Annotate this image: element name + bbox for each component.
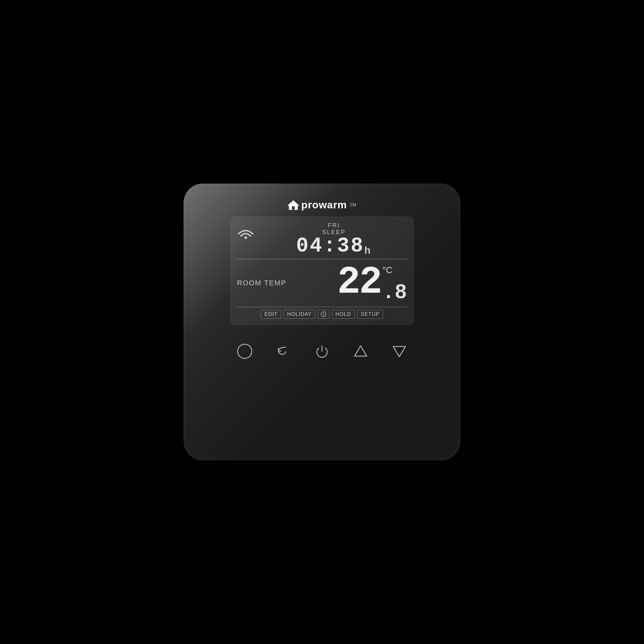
- svg-rect-3: [292, 206, 295, 209]
- temperature-main: 22: [337, 263, 381, 302]
- lcd-buttons-row: EDIT HOLIDAY HOLD SETUP: [237, 310, 407, 319]
- circle-button[interactable]: [235, 342, 254, 361]
- temperature-display: 22 °C .8: [337, 263, 407, 303]
- setup-button[interactable]: SETUP: [357, 310, 383, 319]
- celsius-symbol: °C: [382, 266, 392, 275]
- house-icon: [288, 200, 299, 210]
- lcd-temp-row: ROOM TEMP 22 °C .8: [237, 262, 407, 304]
- back-button[interactable]: [274, 342, 293, 361]
- room-temp-label: ROOM TEMP: [237, 279, 286, 287]
- time-display: 04:38h: [261, 236, 407, 256]
- brand-logo: prowarmTM: [288, 199, 356, 211]
- brand-name: prowarm: [301, 199, 347, 211]
- svg-point-8: [238, 344, 252, 358]
- hold-button[interactable]: HOLD: [332, 310, 355, 319]
- svg-point-4: [244, 236, 247, 239]
- time-value: 04:38: [296, 234, 364, 258]
- clock-button[interactable]: [318, 310, 329, 319]
- brand-tm: TM: [350, 203, 356, 208]
- holiday-button[interactable]: HOLIDAY: [284, 310, 315, 319]
- wifi-icon: [237, 225, 254, 240]
- temperature-decimal: .8: [382, 282, 407, 303]
- thermostat-device: prowarmTM FRI SLEEP: [184, 184, 460, 460]
- lcd-panel: FRI SLEEP 04:38h ROOM TEMP 22 °C .8: [230, 217, 414, 325]
- day-label: FRI: [261, 222, 407, 229]
- down-button[interactable]: [390, 342, 409, 361]
- temp-decimal-block: °C .8: [382, 263, 407, 303]
- lcd-divider-top: [237, 259, 407, 259]
- lcd-divider-bottom: [237, 307, 407, 307]
- power-button[interactable]: [312, 342, 332, 361]
- touch-buttons-row: [235, 342, 409, 361]
- day-time-block: FRI SLEEP 04:38h: [261, 222, 407, 256]
- edit-button[interactable]: EDIT: [261, 310, 281, 319]
- time-suffix: h: [364, 245, 372, 257]
- svg-line-7: [324, 314, 325, 315]
- up-button[interactable]: [351, 342, 370, 361]
- svg-marker-10: [393, 346, 405, 357]
- svg-marker-9: [355, 346, 367, 356]
- brand-area: prowarmTM: [288, 199, 356, 211]
